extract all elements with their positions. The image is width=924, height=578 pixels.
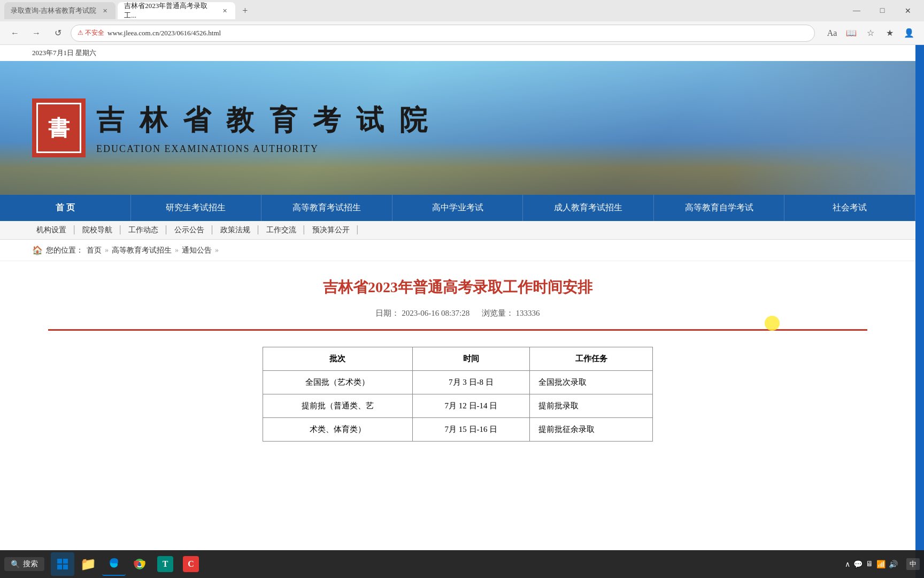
tab-1[interactable]: 录取查询-吉林省教育考试院 ✕ bbox=[4, 2, 116, 19]
address-text: www.jleea.com.cn/2023/0616/4526.html bbox=[107, 29, 221, 37]
new-tab-button[interactable]: + bbox=[237, 3, 252, 18]
chrome-icon bbox=[133, 558, 146, 571]
svg-rect-0 bbox=[57, 559, 62, 564]
home-icon: 🏠 bbox=[32, 245, 43, 255]
collections-icon[interactable]: ★ bbox=[881, 25, 898, 42]
nav-self-study[interactable]: 高等教育自学考试 bbox=[654, 195, 785, 221]
sec-nav-exchange[interactable]: 工作交流 bbox=[262, 225, 301, 235]
security-warning: ⚠ 不安全 bbox=[78, 28, 104, 37]
sec-nav-school[interactable]: 院校导航 bbox=[78, 225, 117, 235]
row1-time: 7月 3 日-8 日 bbox=[412, 371, 529, 394]
favorites-icon[interactable]: ☆ bbox=[862, 25, 879, 42]
search-icon: 🔍 bbox=[11, 560, 20, 569]
article-divider bbox=[48, 329, 867, 331]
tab-1-label: 录取查询-吉林省教育考试院 bbox=[11, 6, 96, 16]
taskbar-apps: 📁 T C bbox=[51, 552, 203, 576]
breadcrumb-home-link[interactable]: 首页 bbox=[87, 246, 102, 255]
page-scroll: 2023年7月1日 星期六 書 吉 林 省 教 育 考 试 院 EDUCATIO… bbox=[0, 45, 915, 578]
profile-icon[interactable]: 👤 bbox=[900, 25, 918, 42]
logo-char: 書 bbox=[36, 103, 81, 153]
maximize-button[interactable]: □ bbox=[871, 2, 894, 19]
nav-high-school[interactable]: 高中学业考试 bbox=[392, 195, 523, 221]
content-table: 批次 时间 工作任务 全国批（艺术类） 7月 3 日-8 日 全国批次录取 提前… bbox=[263, 347, 653, 442]
nav-adult-ed[interactable]: 成人教育考试招生 bbox=[523, 195, 654, 221]
nav-home[interactable]: 首 页 bbox=[0, 195, 131, 221]
volume-icon[interactable]: 🔊 bbox=[889, 560, 898, 569]
translate-icon[interactable]: Aa bbox=[823, 25, 841, 42]
sec-nav-budget[interactable]: 预决算公开 bbox=[308, 225, 354, 235]
minimize-button[interactable]: — bbox=[845, 2, 868, 19]
address-box[interactable]: ⚠ 不安全 www.jleea.com.cn/2023/0616/4526.ht… bbox=[71, 25, 815, 42]
site-title-en: EDUCATION EXAMINATIONS AUTHORITY bbox=[96, 143, 432, 155]
article-title: 吉林省2023年普通高考录取工作时间安排 bbox=[48, 277, 867, 298]
taskbar-app-red[interactable]: C bbox=[179, 552, 203, 576]
svg-rect-1 bbox=[63, 559, 68, 564]
tab-2-close[interactable]: ✕ bbox=[221, 6, 229, 15]
sec-nav-org[interactable]: 机构设置 bbox=[32, 225, 71, 235]
taskbar-app-chrome[interactable] bbox=[128, 552, 151, 576]
nav-graduate[interactable]: 研究生考试招生 bbox=[131, 195, 262, 221]
tab-2[interactable]: 吉林省2023年普通高考录取工... ✕ bbox=[118, 2, 235, 19]
your-location-label: 您的位置： bbox=[46, 246, 83, 255]
row2-task: 提前批录取 bbox=[530, 394, 653, 418]
svg-rect-3 bbox=[63, 565, 68, 569]
window-controls: — □ ✕ bbox=[845, 2, 920, 19]
ime-label: 中 bbox=[910, 560, 917, 568]
immersive-reader-icon[interactable]: 📖 bbox=[843, 25, 860, 42]
taskbar-app-start[interactable] bbox=[51, 552, 74, 576]
title-bar: 录取查询-吉林省教育考试院 ✕ 吉林省2023年普通高考录取工... ✕ + —… bbox=[0, 0, 924, 21]
taskbar-app-explorer[interactable]: 📁 bbox=[76, 552, 100, 576]
ime-indicator[interactable]: 中 bbox=[906, 558, 920, 570]
sec-nav-work[interactable]: 工作动态 bbox=[124, 225, 163, 235]
sec-nav-policy[interactable]: 政策法规 bbox=[216, 225, 255, 235]
sec-nav-public[interactable]: 公示公告 bbox=[170, 225, 209, 235]
display-icon[interactable]: 🖥 bbox=[866, 560, 873, 568]
header-building-bg bbox=[728, 61, 915, 195]
breadcrumb-higher-ed-link[interactable]: 高等教育考试招生 bbox=[112, 246, 172, 255]
breadcrumb: 🏠 您的位置： 首页 » 高等教育考试招生 » 通知公告 » bbox=[0, 240, 915, 261]
logo-box: 書 bbox=[32, 98, 86, 157]
right-sidebar bbox=[915, 45, 924, 578]
forward-button[interactable]: → bbox=[28, 25, 45, 42]
date-label: 日期： bbox=[375, 309, 399, 317]
row3-batch: 术类、体育类） bbox=[263, 418, 413, 442]
row2-batch: 提前批（普通类、艺 bbox=[263, 394, 413, 418]
address-bar-row: ← → ↺ ⚠ 不安全 www.jleea.com.cn/2023/0616/4… bbox=[0, 21, 924, 45]
date-bar: 2023年7月1日 星期六 bbox=[0, 45, 915, 61]
browser-chrome: 录取查询-吉林省教育考试院 ✕ 吉林省2023年普通高考录取工... ✕ + —… bbox=[0, 0, 924, 45]
explorer-icon: 📁 bbox=[80, 557, 96, 572]
back-button[interactable]: ← bbox=[6, 25, 24, 42]
table-row: 全国批（艺术类） 7月 3 日-8 日 全国批次录取 bbox=[263, 371, 653, 394]
taskbar-app-edge[interactable] bbox=[102, 552, 126, 576]
taskbar: 🔍 搜索 📁 bbox=[0, 550, 924, 578]
chevron-up-icon[interactable]: ∧ bbox=[845, 560, 850, 569]
table-row: 提前批（普通类、艺 7月 12 日-14 日 提前批录取 bbox=[263, 394, 653, 418]
article-date: 2023-06-16 08:37:28 bbox=[402, 309, 469, 317]
site-title-text: 吉 林 省 教 育 考 试 院 EDUCATION EXAMINATIONS A… bbox=[96, 102, 432, 155]
close-button[interactable]: ✕ bbox=[896, 2, 920, 19]
page-wrapper: 2023年7月1日 星期六 書 吉 林 省 教 育 考 试 院 EDUCATIO… bbox=[0, 45, 924, 578]
red-app-icon: C bbox=[183, 556, 199, 572]
nav-social-exam[interactable]: 社会考试 bbox=[784, 195, 915, 221]
tab-1-close[interactable]: ✕ bbox=[101, 6, 109, 15]
edge-icon bbox=[107, 557, 120, 570]
tab-2-label: 吉林省2023年普通高考录取工... bbox=[124, 1, 217, 20]
main-nav: 首 页 研究生考试招生 高等教育考试招生 高中学业考试 成人教育考试招生 高等教… bbox=[0, 195, 915, 221]
search-label: 搜索 bbox=[23, 559, 38, 569]
row2-time: 7月 12 日-14 日 bbox=[412, 394, 529, 418]
nav-higher-ed[interactable]: 高等教育考试招生 bbox=[261, 195, 392, 221]
header-logo: 書 吉 林 省 教 育 考 试 院 EDUCATION EXAMINATIONS… bbox=[32, 98, 432, 157]
notification-icon[interactable]: 💬 bbox=[853, 560, 863, 569]
taskbar-app-tracker[interactable]: T bbox=[153, 552, 177, 576]
site-title-cn: 吉 林 省 教 育 考 试 院 bbox=[96, 102, 432, 139]
secondary-nav: 机构设置 │ 院校导航 │ 工作动态 │ 公示公告 │ 政策法规 │ 工作交流 … bbox=[0, 221, 915, 240]
network-icon[interactable]: 📶 bbox=[876, 560, 886, 569]
tracker-icon: T bbox=[157, 556, 173, 572]
taskbar-system: ∧ 💬 🖥 📶 🔊 中 bbox=[841, 558, 920, 570]
views-label: 浏览量： bbox=[482, 309, 514, 317]
taskbar-search[interactable]: 🔍 搜索 bbox=[4, 557, 44, 571]
table-row: 术类、体育类） 7月 15 日-16 日 提前批征余录取 bbox=[263, 418, 653, 442]
breadcrumb-current: 通知公告 bbox=[182, 246, 212, 255]
table-header-task: 工作任务 bbox=[530, 347, 653, 371]
reload-button[interactable]: ↺ bbox=[49, 25, 66, 42]
